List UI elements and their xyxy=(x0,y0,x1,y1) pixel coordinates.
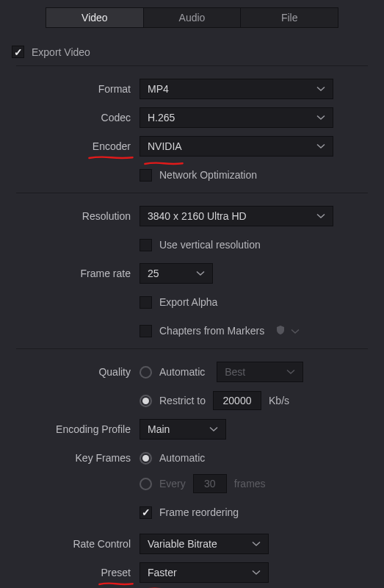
keyframes-every-label: Every xyxy=(159,478,186,490)
quality-restrict-radio[interactable] xyxy=(140,395,152,407)
encoder-value: NVIDIA xyxy=(148,140,182,152)
key-frames-label: Key Frames xyxy=(16,452,140,464)
chapters-markers-checkbox[interactable] xyxy=(140,325,152,337)
quality-unit-label: Kb/s xyxy=(269,395,289,406)
codec-label: Codec xyxy=(16,112,140,123)
resolution-label: Resolution xyxy=(16,210,140,222)
divider xyxy=(16,348,368,349)
codec-value: H.265 xyxy=(148,112,175,123)
marker-shield-icon xyxy=(276,325,285,337)
preset-select[interactable]: Faster xyxy=(140,562,269,583)
quality-restrict-label: Restrict to xyxy=(159,395,206,406)
chevron-down-icon xyxy=(316,213,325,219)
annotation-underline xyxy=(144,157,184,161)
quality-label: Quality xyxy=(16,366,140,378)
resolution-value: 3840 x 2160 Ultra HD xyxy=(148,210,247,222)
chevron-down-icon xyxy=(209,426,218,432)
frame-rate-select[interactable]: 25 xyxy=(140,263,213,284)
encoder-select[interactable]: NVIDIA xyxy=(140,136,333,157)
keyframes-automatic-radio[interactable] xyxy=(140,452,152,465)
quality-automatic-radio[interactable] xyxy=(140,366,152,379)
frame-reordering-label: Frame reordering xyxy=(159,506,239,518)
keyframes-value-input[interactable]: 30 xyxy=(193,474,227,493)
preset-label: Preset xyxy=(16,567,140,578)
keyframes-automatic-label: Automatic xyxy=(159,452,205,464)
chevron-down-icon xyxy=(252,570,261,576)
keyframes-unit-label: frames xyxy=(234,478,266,490)
frame-rate-value: 25 xyxy=(148,268,159,279)
rate-control-value: Variable Bitrate xyxy=(148,538,217,550)
export-alpha-label: Export Alpha xyxy=(159,296,217,308)
format-label: Format xyxy=(16,83,140,95)
tab-bar: Video Audio File xyxy=(46,7,338,28)
tab-file[interactable]: File xyxy=(241,8,338,27)
encoding-profile-select[interactable]: Main xyxy=(140,419,226,440)
divider xyxy=(16,193,368,193)
divider xyxy=(16,65,368,66)
export-alpha-checkbox[interactable] xyxy=(140,296,152,309)
chevron-down-icon xyxy=(316,143,325,149)
quality-best-value: Best xyxy=(225,366,245,378)
keyframes-every-radio[interactable] xyxy=(140,478,152,490)
tab-video[interactable]: Video xyxy=(46,8,144,27)
quality-best-select[interactable]: Best xyxy=(217,362,303,382)
export-video-label: Export Video xyxy=(32,46,90,58)
use-vertical-label: Use vertical resolution xyxy=(159,239,261,251)
network-optimization-checkbox[interactable] xyxy=(140,169,152,182)
chevron-down-icon xyxy=(316,115,325,121)
encoding-profile-value: Main xyxy=(148,423,170,435)
encoding-profile-label: Encoding Profile xyxy=(16,423,140,435)
frame-rate-label: Frame rate xyxy=(16,268,140,279)
chevron-down-icon[interactable] xyxy=(291,325,300,337)
rate-control-select[interactable]: Variable Bitrate xyxy=(140,534,269,554)
tab-audio[interactable]: Audio xyxy=(144,8,242,27)
resolution-select[interactable]: 3840 x 2160 Ultra HD xyxy=(140,206,333,226)
format-value: MP4 xyxy=(148,83,169,95)
codec-select[interactable]: H.265 xyxy=(140,107,333,128)
quality-automatic-label: Automatic xyxy=(159,366,205,378)
chevron-down-icon xyxy=(316,86,325,92)
export-video-checkbox[interactable] xyxy=(12,46,24,58)
use-vertical-checkbox[interactable] xyxy=(140,239,152,251)
chevron-down-icon xyxy=(196,270,205,276)
network-optimization-label: Network Optimization xyxy=(159,169,257,181)
format-select[interactable]: MP4 xyxy=(140,79,333,99)
encoder-label: Encoder xyxy=(16,140,140,152)
quality-bitrate-input[interactable]: 20000 xyxy=(213,391,261,410)
chapters-markers-label: Chapters from Markers xyxy=(159,325,264,337)
frame-reordering-checkbox[interactable] xyxy=(140,506,152,519)
chevron-down-icon xyxy=(286,369,295,375)
chevron-down-icon xyxy=(252,541,261,547)
rate-control-label: Rate Control xyxy=(16,538,140,550)
preset-value: Faster xyxy=(148,567,177,578)
